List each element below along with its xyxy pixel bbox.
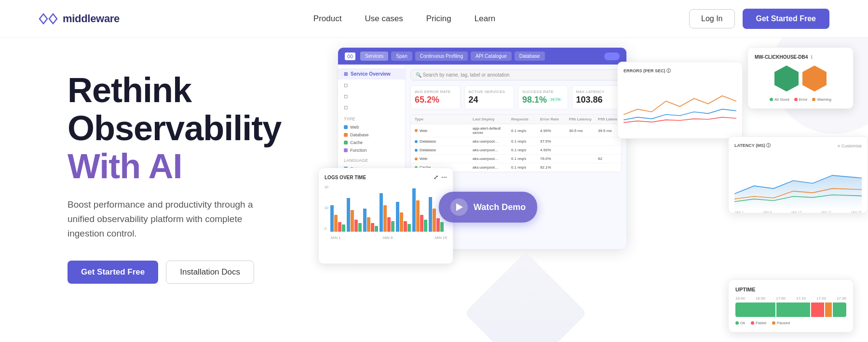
- log-label-jan1: JAN 1: [330, 236, 341, 240]
- uptime-panel: UPTIME 16:40 16:50 17:00 17:10 17:20 17:…: [728, 279, 854, 332]
- sidebar-icon-3: ◻: [344, 93, 348, 99]
- uptime-time-labels: 16:40 16:50 17:00 17:10 17:20 17:30: [735, 296, 846, 301]
- legend-dot-orange: [812, 98, 815, 101]
- log-label-jan15: JAN 15: [434, 236, 447, 240]
- uptime-dot-ok: [735, 321, 739, 325]
- dash-tab-profiling[interactable]: Continuous Profiling: [415, 52, 468, 61]
- latency-panel: LATENCY (MS) ⓘ ≡ Customise: [728, 136, 868, 213]
- nav-use-cases[interactable]: Use cases: [365, 14, 403, 24]
- bar: [400, 212, 403, 232]
- bar: [354, 220, 358, 232]
- latency-customize[interactable]: ≡ Customise: [838, 144, 862, 148]
- hex-green: [774, 66, 799, 92]
- logs-header: LOGS OVER TIME ⤢ ⋯: [325, 174, 447, 181]
- metric-active-services: ACTIVE SERVICES 24: [464, 85, 515, 109]
- type-function[interactable]: Function: [338, 146, 405, 154]
- dash-logo: [345, 53, 355, 60]
- sidebar-icon-overview: ⊞: [344, 71, 348, 77]
- bar: [440, 222, 444, 232]
- hero-cta-primary[interactable]: Get Started Free: [68, 261, 158, 284]
- bar: [429, 197, 432, 232]
- sidebar-icon-4: ◻: [344, 105, 348, 110]
- nav-pricing[interactable]: Pricing: [426, 14, 451, 24]
- td-err-4: 76.0%: [540, 157, 569, 161]
- nav-product[interactable]: Product: [313, 14, 342, 24]
- type-cache[interactable]: Cache: [338, 139, 405, 146]
- play-button[interactable]: [450, 198, 468, 216]
- logs-panel: LOGS OVER TIME ⤢ ⋯ 20 10 0: [318, 168, 453, 264]
- metric-success-rate: SUCCESS RATE 98.1% 24.7%: [518, 85, 568, 109]
- metric-err-label: AVG ERROR RATE: [415, 90, 456, 94]
- nav-learn[interactable]: Learn: [475, 14, 495, 24]
- watch-demo-button[interactable]: Watch Demo: [439, 192, 537, 223]
- legend-error: Error: [794, 97, 808, 102]
- td-req-4: 0.1 req/s: [511, 157, 540, 161]
- metric-success-value: 98.1%: [522, 95, 547, 105]
- latency-x-labels: JAN 1 JAN 8 JAN 15 JAN 21 JAN 28: [734, 210, 862, 213]
- metric-lat-label: MAX LATENCY: [576, 90, 618, 94]
- bar: [433, 209, 436, 232]
- logo[interactable]: middleware: [39, 12, 120, 26]
- uptime-t3: 17:00: [776, 296, 786, 301]
- type-web-dot: [344, 125, 348, 129]
- hero-buttons: Get Started Free Installation Docs: [68, 261, 318, 284]
- td-type-1: Web: [415, 129, 473, 133]
- hero-section: Rethink Observability With AI Boost perf…: [0, 38, 868, 342]
- logo-text: middleware: [63, 13, 120, 25]
- bar-group-4: [380, 193, 394, 232]
- hero-title-ai: With AI: [68, 147, 182, 185]
- sidebar-item-overview[interactable]: ⊞ Service Overview: [338, 68, 405, 79]
- bar: [420, 215, 423, 232]
- get-started-button[interactable]: Get Started Free: [743, 9, 829, 29]
- login-button[interactable]: Log In: [689, 9, 734, 28]
- sidebar-item-3[interactable]: ◻: [338, 91, 405, 102]
- hero-cta-secondary[interactable]: Installation Docs: [166, 261, 254, 284]
- bar: [347, 198, 350, 232]
- dash-metrics: AVG ERROR RATE 65.2% ACTIVE SERVICES 24 …: [410, 85, 622, 109]
- metric-latency: MAX LATENCY 103.86: [572, 85, 622, 109]
- dash-tab-db[interactable]: Database: [515, 52, 545, 61]
- dash-toggle[interactable]: [604, 53, 620, 60]
- bar: [396, 202, 399, 232]
- td-err-2: 37.5%: [540, 139, 569, 144]
- dash-tab-api[interactable]: API Catalogue: [471, 52, 512, 61]
- errors-panel: ERRORS (PER SEC) ⓘ: [617, 62, 743, 139]
- uptime-ok-seg2: [776, 303, 810, 317]
- legend-dot-red: [794, 98, 798, 101]
- td-err-5: 92.1%: [540, 165, 569, 170]
- logo-icon: [39, 12, 58, 26]
- errors-title: ERRORS (PER SEC) ⓘ: [624, 68, 736, 74]
- uptime-legend-failed: Failed: [751, 321, 766, 325]
- bar: [342, 224, 345, 232]
- dash-header: Services Span Continuous Profiling API C…: [338, 48, 626, 65]
- type-database[interactable]: Database: [338, 131, 405, 139]
- dash-tab-span[interactable]: Span: [391, 52, 412, 61]
- bar-group-5: [396, 202, 411, 232]
- dash-search[interactable]: 🔍 Search by name, tag, label or annotati…: [410, 69, 622, 80]
- bar: [367, 217, 370, 232]
- logs-menu-icon[interactable]: ⋯: [441, 174, 447, 181]
- uptime-t4: 17:10: [796, 296, 806, 301]
- uptime-legend-paused: Paused: [772, 321, 790, 325]
- td-p90-1: 30.5 ms: [569, 129, 598, 133]
- table-header: Type Last Deploy Requests Error Rate P90…: [411, 115, 621, 124]
- sidebar-item-4[interactable]: ◻: [338, 102, 405, 113]
- type-web[interactable]: Web: [338, 123, 405, 131]
- td-req-2: 0.1 req/s: [511, 139, 540, 144]
- bar: [436, 218, 440, 232]
- metric-err-value: 65.2%: [415, 95, 456, 105]
- td-deploy-5: aks-userpool...: [473, 165, 511, 170]
- dash-tab-services[interactable]: Services: [360, 52, 388, 61]
- logs-expand-icon[interactable]: ⤢: [434, 174, 438, 181]
- uptime-dot-fail: [751, 321, 754, 325]
- legend-warning: Warning: [812, 97, 831, 102]
- td-type-3: Database: [415, 148, 473, 152]
- uptime-dot-pause: [772, 321, 775, 325]
- metric-svc-label: ACTIVE SERVICES: [469, 90, 510, 94]
- metric-lat-value: 103.86: [576, 95, 618, 105]
- bar: [404, 221, 407, 232]
- td-req-5: 0.1 req/s: [511, 165, 540, 170]
- bar: [334, 215, 338, 232]
- sidebar-item-2[interactable]: ◻: [338, 79, 405, 91]
- hero-title: Rethink Observability With AI: [68, 71, 318, 186]
